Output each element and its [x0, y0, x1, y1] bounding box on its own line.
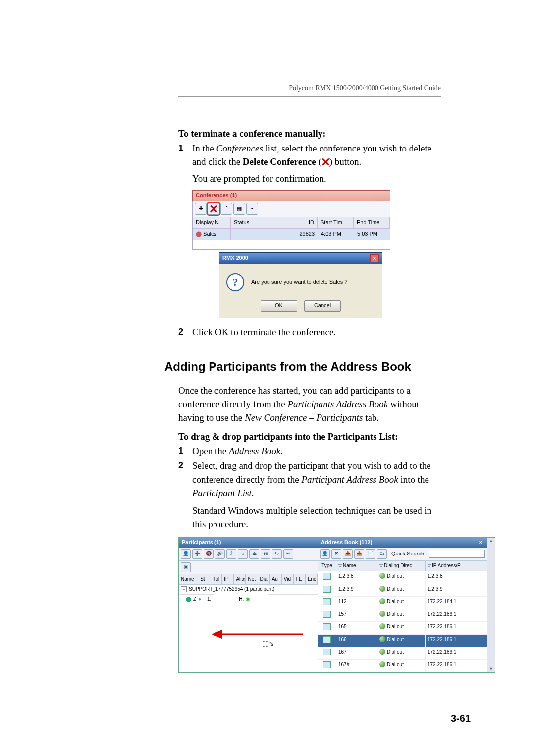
participants-toolbar: 👤 ➕ 🔇 🔊 ⤴ ⤵ ⏏ ⏯ ⇆ ⇤ [179, 548, 318, 561]
delete-x-icon [321, 158, 329, 166]
conf-col-id[interactable]: ID [262, 217, 318, 228]
addressbook-row[interactable]: 166Dial out172.22.186.1 [318, 635, 487, 648]
step1-italic-conf: Conferences [216, 143, 263, 153]
participants-col[interactable]: Au [270, 574, 282, 585]
participants-col[interactable]: Dia [258, 574, 270, 585]
tool-icon-a[interactable]: ⋮ [220, 203, 232, 215]
participants-col[interactable]: Enc [306, 574, 318, 585]
step-number-2b: 2 [178, 459, 183, 472]
page-number: 3-61 [451, 713, 471, 724]
dialog-ok-button[interactable]: OK [261, 300, 297, 312]
dialog-message: Are you sure you want to delete Sales ? [251, 278, 347, 286]
addressbook-type-icon [318, 609, 336, 622]
participants-col[interactable]: Net [246, 574, 258, 585]
addressbook-type-icon [318, 571, 336, 584]
step1-text-c: ( [316, 156, 321, 167]
conf-col-end[interactable]: End Time [354, 217, 390, 228]
addressbook-row[interactable]: 157Dial out172.22.186.1 [318, 609, 487, 622]
addressbook-row[interactable]: 165Dial out172.22.186.1 [318, 622, 487, 635]
tool-icon-b[interactable]: ▦ [233, 203, 245, 215]
addressbook-name: 1.2.3.9 [336, 584, 377, 597]
participants-col[interactable]: Name [179, 574, 198, 585]
ab-ico-1[interactable]: 👤 [320, 549, 330, 559]
addressbook-dialdir: Dial out [377, 609, 426, 622]
p-ico-5[interactable]: ⤴ [226, 549, 236, 559]
terminate-lead: To terminate a conference manually: [178, 127, 441, 141]
addressbook-row[interactable]: 167Dial out172.22.186.1 [318, 647, 487, 660]
conf-row-end: 5:03 PM [354, 229, 390, 240]
participants-col[interactable]: St [198, 574, 210, 585]
participants-col[interactable]: Vid [282, 574, 294, 585]
addressbook-row[interactable]: 167#Dial out172.22.186.1 [318, 660, 487, 673]
addressbook-ip: 1.2.3.8 [426, 571, 487, 584]
p-ico-2[interactable]: ➕ [192, 549, 202, 559]
addressbook-type-icon [318, 622, 336, 634]
p-ico-9[interactable]: ⇆ [272, 549, 282, 559]
ab-ico-6[interactable]: 🗂 [377, 549, 387, 559]
addressbook-dialdir: Dial out [377, 635, 426, 647]
p-ico-6[interactable]: ⤵ [238, 549, 248, 559]
ab-ico-2[interactable]: ✖ [331, 549, 341, 559]
conf-row-name: Sales [203, 231, 217, 237]
new-conference-icon[interactable]: ✚ [195, 203, 207, 215]
participants-col[interactable]: IP [222, 574, 234, 585]
section-heading: Adding Participants from the Address Boo… [164, 358, 441, 376]
addressbook-row[interactable]: 1.2.3.8Dial out1.2.3.8 [318, 571, 487, 584]
addressbook-ip: 172.22.186.1 [426, 660, 487, 672]
addressbook-ip: 172.22.186.1 [426, 609, 487, 622]
participants-toolbar-2: ▣ [179, 561, 318, 574]
addressbook-row[interactable]: 112Dial out172.22.184.1 [318, 597, 487, 609]
ab-ico-5[interactable]: 📄 [366, 549, 375, 559]
header-guide-title: Polycom RMX 1500/2000/4000 Getting Start… [30, 84, 441, 92]
p-expand-icon[interactable]: ▣ [181, 562, 191, 572]
conf-col-displayname[interactable]: Display N [193, 217, 231, 228]
addressbook-dialdir: Dial out [377, 584, 426, 597]
addressbook-name: 167# [336, 660, 377, 672]
delete-conference-icon[interactable] [208, 203, 219, 215]
tree-collapse-icon[interactable]: − [181, 586, 187, 592]
participant-row[interactable]: ⬤ Z ● 1. H. ◉ [179, 595, 318, 605]
conf-row-id: 29823 [262, 229, 318, 240]
participants-col[interactable]: Alias [234, 574, 246, 585]
conf-grid-row[interactable]: ⬤ Sales 29823 4:03 PM 5:03 PM [193, 229, 390, 240]
addressbook-type-icon [318, 647, 336, 659]
ab-col-ip[interactable]: IP Address/P [426, 561, 487, 571]
quick-search-input[interactable] [429, 550, 485, 558]
p-ico-10[interactable]: ⇤ [283, 549, 293, 559]
conf-col-start[interactable]: Start Tim [318, 217, 354, 228]
addressbook-dialdir: Dial out [377, 622, 426, 634]
ab-ico-4[interactable]: 📤 [354, 549, 364, 559]
conf-col-status[interactable]: Status [231, 217, 262, 228]
scroll-down-icon[interactable]: ▼ [489, 666, 493, 672]
ab-col-type[interactable]: Type [318, 561, 336, 571]
tool-icon-c[interactable]: ▪ [246, 203, 258, 215]
ab-col-name[interactable]: Name [336, 561, 377, 571]
addressbook-close-icon[interactable]: × [477, 539, 484, 546]
participants-col[interactable]: FE [294, 574, 306, 585]
addressbook-name: 112 [336, 597, 377, 609]
step-number-2: 2 [178, 325, 183, 338]
addressbook-scrollbar[interactable]: ▲ ▼ [487, 538, 495, 672]
addressbook-row[interactable]: 1.2.3.9Dial out1.2.3.9 [318, 584, 487, 597]
scroll-up-icon[interactable]: ▲ [489, 538, 493, 544]
ab-ico-3[interactable]: 📥 [343, 549, 353, 559]
addressbook-type-icon [318, 660, 336, 672]
p-ico-3[interactable]: 🔇 [204, 549, 214, 559]
addressbook-ip: 172.22.186.1 [426, 622, 487, 634]
p-ico-4[interactable]: 🔊 [215, 549, 225, 559]
addressbook-name: 167 [336, 647, 377, 659]
conferences-panel-figure: Conferences (1) ✚ ⋮ ▦ ▪ Display N Status… [192, 190, 390, 318]
p-ico-1[interactable]: 👤 [181, 549, 191, 559]
dialog-cancel-button[interactable]: Cancel [304, 300, 341, 312]
quick-search-label: Quick Search: [391, 550, 426, 558]
ab-col-dialdir[interactable]: Dialing Direc [377, 561, 426, 571]
confirm-dialog: RMX 2000 × ? Are you sure you want to de… [219, 252, 382, 318]
p-ico-7[interactable]: ⏏ [249, 549, 259, 559]
conferences-toolbar: ✚ ⋮ ▦ ▪ [192, 201, 390, 217]
drag-cursor-icon: ⬚↘ [262, 638, 274, 648]
dialog-close-icon[interactable]: × [370, 254, 379, 262]
addressbook-type-icon [318, 635, 336, 647]
p-ico-8[interactable]: ⏯ [261, 549, 270, 559]
addressbook-ip: 1.2.3.9 [426, 584, 487, 597]
participants-col[interactable]: Rol [210, 574, 222, 585]
